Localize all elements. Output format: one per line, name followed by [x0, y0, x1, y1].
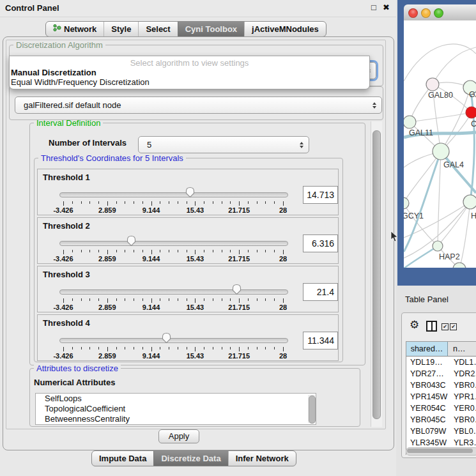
table-cell[interactable]: YDR2… — [451, 368, 476, 380]
table-row[interactable]: YBR043CYBR0… — [406, 380, 476, 391]
tick-mark — [63, 347, 64, 351]
tab-impute-data[interactable]: Impute Data — [92, 451, 153, 466]
tab-select[interactable]: Select — [138, 22, 177, 36]
table-hscrollbar-thumb[interactable] — [407, 449, 473, 453]
table-cell[interactable]: YBL079W — [406, 426, 451, 437]
table-data-dropdown[interactable]: galFiltered.sif default node — [15, 96, 382, 114]
dropdown-placeholder-item[interactable]: Select algorithm to view settings — [10, 58, 369, 68]
network-edge — [404, 246, 438, 268]
slider-thumb[interactable] — [185, 187, 195, 198]
tick-label: 15.43 — [180, 255, 210, 263]
network-node[interactable] — [404, 116, 416, 128]
table-cell[interactable]: YBR0… — [451, 414, 476, 426]
table-row[interactable]: YBR045CYBR0… — [406, 414, 476, 426]
mac-minimize-button[interactable] — [421, 8, 431, 18]
slider-track[interactable] — [59, 192, 288, 197]
tab-network[interactable]: Network — [46, 22, 104, 36]
table-cell[interactable]: YBR045C — [406, 414, 451, 426]
threshold-value-field[interactable]: 14.713 — [303, 186, 338, 204]
number-of-intervals-dropdown[interactable]: 5 — [138, 136, 309, 153]
apply-button[interactable]: Apply — [158, 429, 199, 443]
network-node[interactable] — [433, 241, 443, 251]
tab-discretize-data[interactable]: Discretize Data — [153, 451, 227, 466]
table-cell[interactable]: YBR043C — [406, 380, 451, 391]
list-item[interactable]: SelfLoops — [36, 394, 316, 404]
table-cell[interactable]: YDL1… — [451, 357, 476, 368]
mac-zoom-button[interactable] — [434, 8, 443, 18]
threshold-value-field[interactable]: 21.4 — [303, 283, 338, 301]
slider-track[interactable] — [59, 289, 288, 295]
threshold-value-field[interactable]: 6.316 — [303, 234, 338, 252]
panel-scrollbar-thumb[interactable] — [372, 130, 381, 419]
table-row[interactable]: YDR27…YDR2… — [406, 368, 476, 380]
network-node-label: GA — [469, 90, 476, 99]
thresholds-group-title: Threshold's Coordinates for 5 Intervals — [38, 153, 186, 163]
table-hscrollbar — [406, 447, 476, 456]
close-icon[interactable]: ✖ — [383, 3, 390, 12]
checkbox-icon[interactable]: ✔ — [450, 323, 457, 330]
slider-thumb[interactable] — [127, 235, 136, 247]
tick-mark — [98, 201, 99, 204]
table-cell[interactable]: YPR1… — [451, 391, 476, 403]
network-node[interactable] — [404, 197, 409, 209]
slider-thumb[interactable] — [232, 284, 242, 295]
threshold-value-field[interactable]: 11.344 — [303, 332, 338, 349]
tick-mark — [89, 250, 90, 252]
slider-track[interactable] — [59, 241, 288, 246]
table-row[interactable]: YER054CYER0… — [406, 403, 476, 414]
tick-mark — [72, 201, 73, 204]
split-columns-icon[interactable] — [426, 321, 437, 332]
network-node[interactable] — [463, 195, 476, 209]
table-panel: ⚙ ✔ ✔ shared… n… YDL19…YDL1…YDR27…YDR2…Y… — [401, 312, 476, 458]
table-cell[interactable]: YBL0… — [451, 426, 476, 437]
table-row[interactable]: YPR145WYPR1… — [406, 391, 476, 403]
tab-style[interactable]: Style — [104, 22, 138, 36]
algorithm-dropdown-popup: Select algorithm to view settings Manual… — [9, 56, 370, 89]
network-node[interactable] — [426, 78, 439, 91]
table-cell[interactable]: YER054C — [406, 403, 451, 414]
tick-mark — [257, 201, 257, 204]
tab-label: Impute Data — [99, 451, 146, 466]
network-node[interactable] — [466, 107, 476, 118]
list-scrollbar-thumb[interactable] — [309, 395, 316, 424]
table-cell[interactable]: YBR0… — [451, 380, 476, 391]
table-cell[interactable]: YER0… — [451, 403, 476, 414]
column-header-name[interactable]: n… — [448, 342, 476, 356]
table-row[interactable]: YDL19…YDL1… — [406, 357, 476, 368]
tick-mark — [239, 347, 240, 351]
network-window-titlebar[interactable] — [404, 4, 476, 21]
tick-mark — [265, 201, 266, 204]
table-cell[interactable]: YDL19… — [406, 357, 451, 368]
table-row[interactable]: YBL079WYBL0… — [406, 426, 476, 437]
gear-icon[interactable]: ⚙ — [410, 318, 419, 332]
tab-cyni-toolbox[interactable]: Cyni Toolbox — [178, 22, 244, 36]
network-node[interactable] — [433, 143, 449, 160]
tick-mark — [274, 347, 275, 349]
slider-track[interactable] — [59, 338, 288, 343]
tick-mark — [283, 298, 284, 303]
checkbox-icon[interactable]: ✔ — [441, 323, 449, 330]
dropdown-option-equal-width-frequency[interactable]: Equal Width/Frequency Discretization — [11, 77, 150, 87]
dropdown-option-manual-discretization[interactable]: Manual Discretization — [11, 68, 96, 77]
mac-close-button[interactable] — [408, 8, 418, 18]
tick-mark — [222, 347, 222, 349]
list-item[interactable]: TopologicalCoefficient — [36, 404, 316, 414]
tab-infer-network[interactable]: Infer Network — [228, 451, 296, 466]
float-window-icon[interactable]: □ — [371, 3, 376, 12]
numerical-attributes-list: SelfLoops TopologicalCoefficient Between… — [35, 393, 316, 425]
tick-mark — [178, 347, 178, 349]
tab-jactivemnodules[interactable]: jActiveMNodules — [244, 22, 326, 36]
network-view-window: GAL80GACGAL11GAL4GCY1HHAP2 — [397, 0, 476, 286]
network-edge — [433, 47, 476, 84]
list-item[interactable]: BetweennessCentrality — [36, 414, 316, 424]
tick-mark — [72, 298, 73, 301]
tick-mark — [63, 298, 64, 303]
column-header-shared-name[interactable]: shared… — [406, 342, 448, 356]
network-node[interactable] — [453, 263, 466, 268]
table-cell[interactable]: YPR145W — [406, 391, 451, 403]
slider-thumb[interactable] — [162, 332, 171, 344]
network-canvas[interactable]: GAL80GACGAL11GAL4GCY1HHAP2 — [404, 20, 476, 268]
tick-mark — [204, 250, 204, 252]
tick-mark — [274, 298, 275, 301]
table-cell[interactable]: YDR27… — [406, 368, 451, 380]
